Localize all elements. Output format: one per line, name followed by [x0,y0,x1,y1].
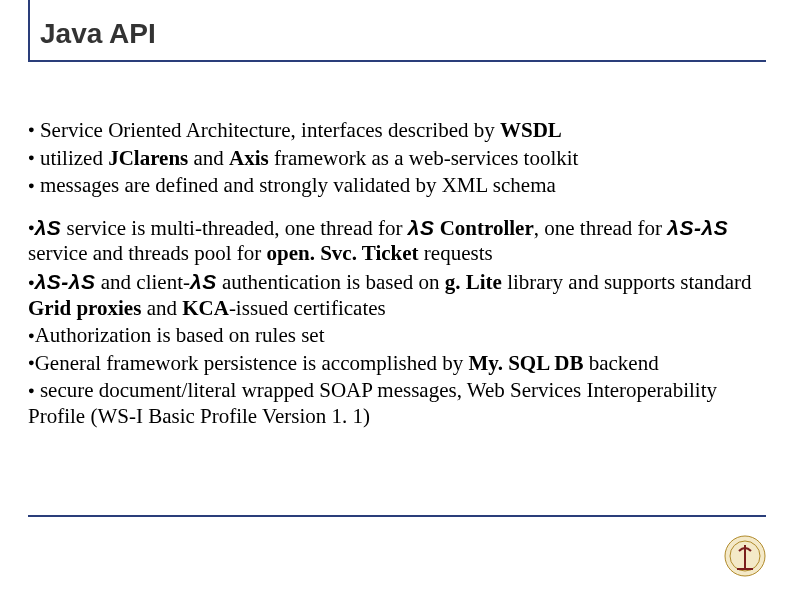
lambda-s: λS-λS [35,270,96,293]
bullet-icon: ● [28,329,35,341]
bullet-auth: ●λS-λS and client-λS authentication is b… [28,269,768,321]
title-underline [28,60,766,62]
bullet-xml-schema: ● messages are defined and strongly vali… [28,173,768,199]
text: -issued certificates [229,296,386,320]
bullet-soa: ● Service Oriented Architecture, interfa… [28,118,768,144]
text: Authorization is based on rules set [35,323,325,347]
text: Service Oriented Architecture, interface… [35,118,500,142]
text: and client- [96,270,190,294]
text: secure document/literal wrapped SOAP mes… [28,378,717,428]
text: framework as a web-services toolkit [269,146,579,170]
bullet-persistence: ●General framework persistence is accomp… [28,351,768,377]
bullet-icon: ● [28,123,35,135]
text-bold: Controller [434,216,533,240]
text-bold: JClarens [108,146,188,170]
text: library and supports standard [502,270,752,294]
text: service is multi-threaded, one thread fo… [61,216,407,240]
title-block: Java API [40,18,156,50]
text-bold: Grid proxies [28,296,141,320]
text: utilized [35,146,108,170]
spacer [28,201,768,215]
text: backend [583,351,658,375]
lambda-s: λS-λS [667,216,728,239]
text: requests [419,241,493,265]
bullet-jclarens: ● utilized JClarens and Axis framework a… [28,146,768,172]
text: and [141,296,182,320]
bullet-multithread: ●λS service is multi-threaded, one threa… [28,215,768,267]
seal-logo [724,535,766,577]
text-bold: My. SQL DB [469,351,584,375]
text: authentication is based on [217,270,445,294]
bullet-soap: ● secure document/literal wrapped SOAP m… [28,378,768,429]
bottom-rule [28,515,766,517]
text: service and threads pool for [28,241,267,265]
bullet-authorization: ●Authorization is based on rules set [28,323,768,349]
bullet-icon: ● [28,151,35,163]
lambda-s: λS [408,216,435,239]
bullet-icon: ● [28,384,35,396]
text: messages are defined and strongly valida… [35,173,556,197]
bullet-icon: ● [28,356,35,368]
text-bold: Axis [229,146,269,170]
lambda-s: λS [35,216,62,239]
slide-title: Java API [40,18,156,50]
bullet-icon: ● [28,221,35,233]
lambda-s: λS [190,270,217,293]
text: , one thread for [534,216,668,240]
text-bold: KCA [182,296,229,320]
text-bold: WSDL [500,118,562,142]
slide: Java API ● Service Oriented Architecture… [0,0,794,595]
text: and [188,146,229,170]
bullet-icon: ● [28,276,35,288]
text-bold: g. Lite [445,270,502,294]
bullet-icon: ● [28,179,35,191]
text-bold: open. Svc. Ticket [267,241,419,265]
slide-body: ● Service Oriented Architecture, interfa… [28,118,768,432]
text: General framework persistence is accompl… [35,351,469,375]
title-left-rule [28,0,30,60]
